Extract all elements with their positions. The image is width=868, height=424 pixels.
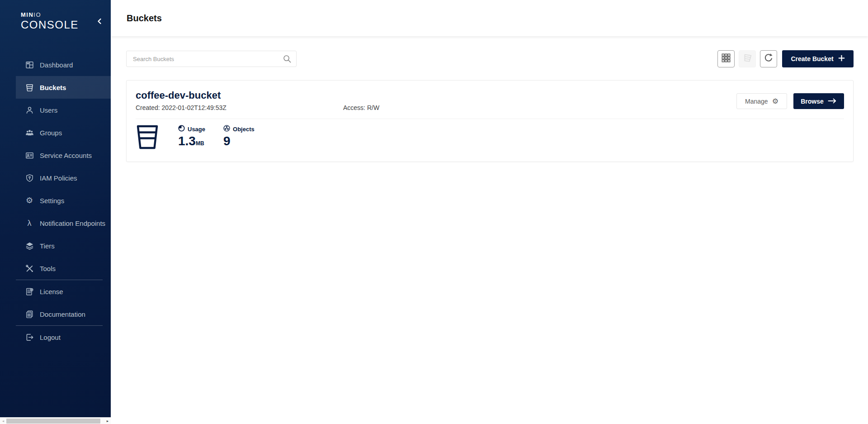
sidebar-item-label: Dashboard (40, 61, 73, 69)
iam-policies-icon (25, 173, 34, 182)
groups-icon (25, 128, 34, 137)
content-area: Create Bucket coffee-dev-bucket Created:… (111, 36, 868, 162)
brand-minio-bold: MIN (21, 11, 33, 18)
main-area: Buckets (111, 0, 868, 424)
sidebar-item-label: Users (40, 106, 57, 114)
usage-unit: MB (196, 140, 204, 147)
sidebar-item-users[interactable]: Users (0, 99, 111, 121)
sidebar-item-label: Service Accounts (40, 152, 92, 159)
settings-gear-icon: ⚙ (25, 196, 34, 205)
sidebar-item-label: IAM Policies (40, 174, 77, 182)
bucket-card-actions: Manage ⚙ Browse (736, 93, 844, 109)
license-icon (25, 287, 34, 296)
sidebar-item-label: Documentation (40, 310, 85, 318)
bucket-created-text: Created: 2022-01-02T12:49:53Z (136, 104, 343, 111)
bucket-list-view-button[interactable] (739, 50, 756, 67)
lambda-icon: λ (25, 219, 34, 228)
objects-icon (223, 125, 230, 133)
sidebar-item-label: Groups (40, 129, 62, 137)
sidebar-collapse-button[interactable] (94, 17, 104, 27)
search-icon (283, 54, 292, 65)
arrow-right-icon (828, 98, 837, 105)
refresh-button[interactable] (760, 50, 777, 67)
objects-stat: Objects 9 (223, 125, 255, 148)
manage-label: Manage (745, 98, 768, 105)
create-bucket-label: Create Bucket (791, 55, 833, 62)
horizontal-scrollbar[interactable]: ◄ ► (0, 417, 111, 424)
card-divider (136, 119, 844, 119)
sidebar-item-buckets[interactable]: Buckets (0, 76, 111, 99)
sidebar: MINIO CONSOLE Dashboard Buckets Users Gr… (0, 0, 111, 417)
search-buckets-input[interactable] (126, 51, 297, 67)
buckets-icon (25, 83, 34, 92)
usage-stat: Usage 1.3MB (178, 125, 205, 150)
sidebar-item-license[interactable]: License (0, 280, 111, 303)
sidebar-item-label: Tiers (40, 242, 55, 250)
plus-icon (838, 55, 845, 63)
sidebar-item-label: Settings (40, 197, 64, 205)
sidebar-item-service-accounts[interactable]: Service Accounts (0, 144, 111, 167)
usage-number: 1.3 (178, 134, 196, 148)
sidebar-item-label: Logout (40, 333, 61, 341)
bucket-list-view-icon (742, 53, 752, 65)
page-title: Buckets (127, 13, 162, 24)
dashboard-icon (25, 60, 34, 69)
sidebar-item-tiers[interactable]: Tiers (0, 234, 111, 257)
objects-label-row: Objects (223, 125, 255, 133)
chevron-left-icon (96, 18, 103, 27)
sidebar-item-settings[interactable]: ⚙ Settings (0, 189, 111, 212)
sidebar-item-groups[interactable]: Groups (0, 121, 111, 144)
sidebar-item-notification-endpoints[interactable]: λ Notification Endpoints (0, 212, 111, 234)
sidebar-item-logout[interactable]: Logout (0, 326, 111, 348)
grid-view-icon (721, 53, 731, 65)
sidebar-item-dashboard[interactable]: Dashboard (0, 53, 111, 76)
search-wrap (126, 51, 297, 67)
documentation-icon (25, 310, 34, 319)
toolbar-buttons: Create Bucket (717, 50, 854, 67)
scrollbar-left-arrow-icon[interactable]: ◄ (0, 418, 6, 424)
tools-icon (25, 264, 34, 273)
tiers-layers-icon (25, 241, 34, 250)
usage-value: 1.3MB (178, 134, 205, 150)
scrollbar-right-arrow-icon[interactable]: ► (104, 418, 111, 424)
brand-minio-light: IO (33, 11, 41, 18)
users-icon (25, 105, 34, 114)
page-header: Buckets (111, 0, 868, 36)
browse-label: Browse (801, 98, 824, 105)
sidebar-item-documentation[interactable]: Documentation (0, 303, 111, 325)
sidebar-item-label: Notification Endpoints (40, 219, 105, 227)
bucket-stats-row: Usage 1.3MB Objects 9 (136, 125, 844, 151)
objects-label: Objects (233, 126, 255, 133)
sidebar-item-label: Buckets (40, 84, 66, 91)
service-accounts-icon (25, 151, 34, 160)
bucket-access-text: Access: R/W (343, 104, 379, 111)
gear-icon: ⚙ (772, 98, 778, 105)
usage-pie-icon (178, 125, 185, 133)
usage-label-row: Usage (178, 125, 205, 133)
refresh-icon (764, 53, 774, 65)
objects-value: 9 (223, 134, 255, 148)
create-bucket-button[interactable]: Create Bucket (782, 50, 854, 67)
browse-button[interactable]: Browse (793, 93, 844, 109)
scrollbar-thumb[interactable] (6, 419, 100, 424)
grid-view-button[interactable] (717, 50, 735, 67)
bucket-card: coffee-dev-bucket Created: 2022-01-02T12… (126, 80, 854, 162)
sidebar-item-iam-policies[interactable]: IAM Policies (0, 167, 111, 189)
sidebar-item-label: License (40, 288, 63, 295)
sidebar-item-label: Tools (40, 265, 56, 272)
bucket-large-icon (137, 125, 158, 151)
manage-button[interactable]: Manage ⚙ (736, 93, 787, 109)
brand-logo: MINIO CONSOLE (0, 0, 111, 53)
controls-row: Create Bucket (126, 50, 854, 67)
logout-icon (25, 333, 34, 342)
usage-label: Usage (188, 126, 205, 133)
sidebar-item-tools[interactable]: Tools (0, 257, 111, 280)
